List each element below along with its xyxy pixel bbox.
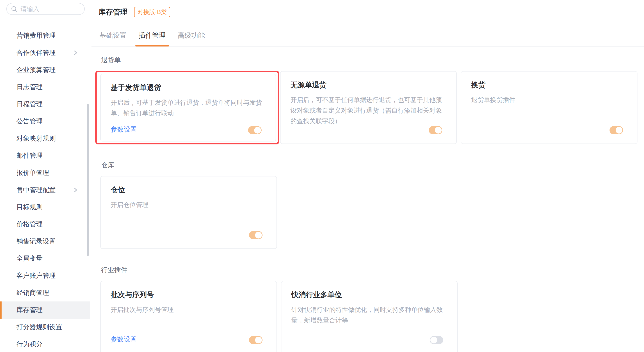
card-row: 批次与序列号 开启批次与序列号管理 参数设置 快消行业多单位 针对快消行业的特性… [100,281,644,352]
toggle-knob [254,127,261,134]
main-content: 库存管理 对接版·B类 基础设置 插件管理 高级功能 退货单 基于发货单退货 开… [92,0,644,352]
sidebar-search [6,3,85,15]
tab-label: 高级功能 [178,31,205,40]
plugin-card-title: 换货 [471,80,627,90]
toggle-knob [430,337,437,343]
plugin-card: 仓位 开启仓位管理 [100,176,277,249]
sidebar-item[interactable]: 库存管理 [0,301,90,319]
plugin-card: 批次与序列号 开启批次与序列号管理 参数设置 [100,281,277,352]
sidebar-item[interactable]: 打分器规则设置 [0,319,90,336]
sidebar-item-label: 公告管理 [16,117,42,126]
parameter-settings-link[interactable]: 参数设置 [111,125,137,134]
search-icon [11,6,18,13]
sidebar-item-label: 行为积分 [16,340,42,349]
sidebar-scrollbar[interactable] [87,104,89,256]
plugin-card-description: 开启批次与序列号管理 [111,304,266,315]
sidebar-item-label: 目标规则 [16,203,42,212]
sidebar-item[interactable]: 对象映射规则 [0,130,90,147]
plugin-toggle[interactable] [249,231,262,239]
card-row: 基于发货单退货 开启后，可基于发货单进行退货，退货单将同时与发货单、销售订单进行… [100,71,644,144]
plugin-card-description: 开启仓位管理 [111,200,266,210]
chevron-right-icon [72,187,78,193]
plugin-card: 基于发货单退货 开启后，可基于发货单进行退货，退货单将同时与发货单、销售订单进行… [100,74,276,141]
tab[interactable]: 插件管理 [136,24,169,47]
sidebar-item-label: 日志管理 [16,83,42,92]
tab[interactable]: 基础设置 [96,24,130,47]
sidebar-item[interactable]: 企业预算管理 [0,61,90,79]
sidebar-nav: 营销费用管理 合作伙伴管理 企业预算管理 日志管理 日程管理 公告管理 对象映射… [0,27,91,352]
page-title: 库存管理 [98,7,127,17]
plugin-card-description: 开启后，可不基于任何单据进行退货，也可基于其他预设对象或者自定义对象进行退货（需… [290,95,446,126]
toggle-knob [255,232,262,239]
plugin-card: 换货 退货单换货插件 [461,71,638,144]
section-title: 退货单 [101,56,644,65]
sidebar-item-label: 营销费用管理 [16,31,56,40]
plugin-card-title: 快消行业多单位 [291,290,447,300]
version-badge: 对接版·B类 [134,7,170,17]
sidebar-item-label: 合作伙伴管理 [16,48,56,57]
sidebar-item-label: 日程管理 [16,100,42,109]
sidebar-item[interactable]: 营销费用管理 [0,27,90,44]
toggle-knob [616,127,622,134]
section-title: 行业插件 [101,266,644,275]
plugin-card-title: 无源单退货 [290,80,446,90]
chevron-right-icon [72,50,78,56]
tab[interactable]: 高级功能 [175,24,208,47]
tab-label: 基础设置 [99,31,126,40]
section: 行业插件 批次与序列号 开启批次与序列号管理 参数设置 快消行业多单位 针对快消… [92,249,644,352]
sidebar: 营销费用管理 合作伙伴管理 企业预算管理 日志管理 日程管理 公告管理 对象映射… [0,0,91,352]
sections-container: 退货单 基于发货单退货 开启后，可基于发货单进行退货，退货单将同时与发货单、销售… [92,47,644,352]
sidebar-item-label: 经销商管理 [16,288,49,297]
plugin-card-description: 退货单换货插件 [471,95,627,105]
plugin-toggle[interactable] [249,336,262,344]
sidebar-item-label: 价格管理 [16,220,42,229]
toggle-knob [255,337,262,343]
sidebar-item-label: 报价单管理 [16,168,49,177]
sidebar-item[interactable]: 日程管理 [0,96,90,113]
sidebar-item-label: 库存管理 [16,305,42,314]
sidebar-item-label: 邮件管理 [16,151,42,160]
section: 仓库 仓位 开启仓位管理 [92,144,644,249]
sidebar-item[interactable]: 经销商管理 [0,284,90,301]
sidebar-item[interactable]: 全局变量 [0,250,90,267]
plugin-toggle[interactable] [610,126,623,134]
card-row: 仓位 开启仓位管理 [100,176,644,249]
sidebar-item-label: 客户账户管理 [16,271,56,280]
section: 退货单 基于发货单退货 开启后，可基于发货单进行退货，退货单将同时与发货单、销售… [92,47,644,144]
sidebar-item-label: 对象映射规则 [16,134,56,143]
plugin-card-description: 开启后，可基于发货单进行退货，退货单将同时与发货单、销售订单进行联动 [111,97,266,118]
page-header: 库存管理 对接版·B类 [92,0,644,24]
plugin-toggle[interactable] [248,126,262,134]
sidebar-item-label: 打分器规则设置 [16,323,62,332]
sidebar-item-label: 售中管理配置 [16,186,56,195]
sidebar-item[interactable]: 行为积分 [0,336,90,352]
sidebar-item[interactable]: 邮件管理 [0,147,90,164]
sidebar-item-label: 全局变量 [16,254,42,263]
sidebar-item[interactable]: 价格管理 [0,216,90,233]
section-title: 仓库 [101,161,644,170]
plugin-toggle[interactable] [429,126,442,134]
search-input[interactable] [20,6,84,13]
sidebar-item[interactable]: 售中管理配置 [0,182,90,199]
plugin-card: 无源单退货 开启后，可不基于任何单据进行退货，也可基于其他预设对象或者自定义对象… [280,71,457,144]
tab-bar: 基础设置 插件管理 高级功能 [92,24,644,47]
plugin-card-title: 仓位 [111,185,266,195]
plugin-card-title: 基于发货单退货 [111,83,266,93]
sidebar-item[interactable]: 公告管理 [0,113,90,130]
tab-label: 插件管理 [138,31,166,40]
parameter-settings-link[interactable]: 参数设置 [111,335,137,344]
plugin-toggle[interactable] [430,336,443,344]
sidebar-item[interactable]: 合作伙伴管理 [0,44,90,61]
sidebar-item[interactable]: 客户账户管理 [0,267,90,284]
sidebar-item[interactable]: 报价单管理 [0,164,90,182]
plugin-card-description: 针对快消行业的特性做优化，同时支持多种单位输入数量，新增数量合计等 [291,304,447,326]
sidebar-item[interactable]: 日志管理 [0,79,90,96]
sidebar-item[interactable]: 目标规则 [0,199,90,216]
plugin-card-title: 批次与序列号 [111,290,266,300]
sidebar-item-label: 销售记录设置 [16,237,56,246]
sidebar-item[interactable]: 销售记录设置 [0,233,90,250]
plugin-card: 快消行业多单位 针对快消行业的特性做优化，同时支持多种单位输入数量，新增数量合计… [281,281,458,352]
toggle-knob [435,127,442,134]
sidebar-item-label: 企业预算管理 [16,65,56,74]
